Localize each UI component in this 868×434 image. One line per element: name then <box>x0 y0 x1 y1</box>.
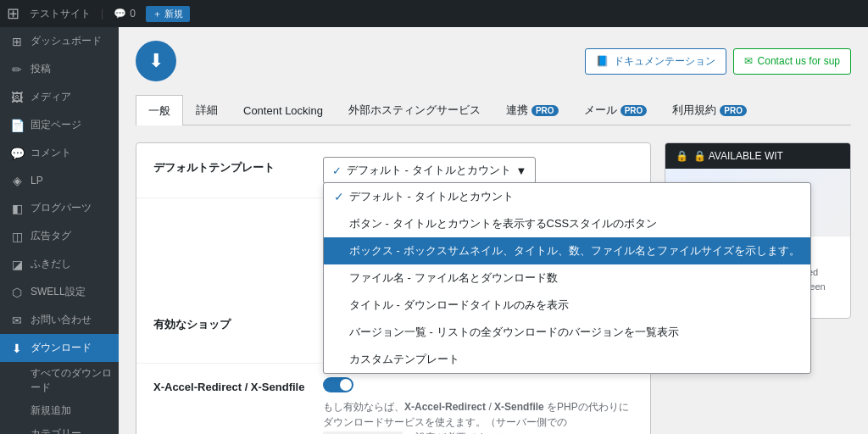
fuki-icon: ◪ <box>10 258 24 271</box>
wp-logo: ⊞ <box>7 4 19 23</box>
pages-icon: 📄 <box>10 119 24 132</box>
xaccel-toggle[interactable] <box>323 377 353 392</box>
tab-content-locking[interactable]: Content Locking <box>231 95 336 125</box>
sidebar-submenu-downloads: すべてのダウンロード 新規追加 カテゴリー タグ 設定 <box>0 362 119 434</box>
dropdown-item-filename[interactable]: ✓ ファイル名 - ファイル名とダウンロード数 <box>324 264 810 292</box>
new-button[interactable]: ＋ 新規 <box>146 6 190 22</box>
sidebar-item-dashboard[interactable]: ⊞ ダッシュボード <box>0 27 119 55</box>
contact-icon: ✉ <box>10 314 24 327</box>
contact-button[interactable]: ✉ Contact us for sup <box>733 48 851 75</box>
dropdown-item-default[interactable]: ✓ デフォルト - タイトルとカウント <box>324 183 810 210</box>
pro-badge-mail: PRO <box>620 105 648 116</box>
sidebar: ⊞ ダッシュボード ✏ 投稿 🖼 メディア 📄 固定ページ 💬 コメント ◈ L… <box>0 27 119 434</box>
sidebar-item-ad-tags[interactable]: ◫ 広告タグ <box>0 222 119 250</box>
plugin-header: ⬇ 📘 ドキュメンテーション ✉ Contact us for sup <box>136 41 851 81</box>
template-dropdown-menu[interactable]: ✓ デフォルト - タイトルとカウント ✓ ボタン - タイトルとカウントを表示… <box>323 182 811 374</box>
settings-area: デフォルトテンプレート ✓ デフォルト - タイトルとカウント ▼ ✓ <box>136 142 651 434</box>
documentation-button[interactable]: 📘 ドキュメンテーション <box>585 48 726 75</box>
sidebar-item-pages[interactable]: 📄 固定ページ <box>0 111 119 139</box>
lock-icon: 🔒 <box>676 150 688 162</box>
dropdown-item-custom[interactable]: ✓ カスタムテンプレート <box>324 346 810 373</box>
settings-row-xaccel: X-Accel-Redirect / X-Sendfile もし有効ならば、X-… <box>136 364 650 434</box>
main-flex: デフォルトテンプレート ✓ デフォルト - タイトルとカウント ▼ ✓ <box>136 142 851 434</box>
checkmark-icon: ✓ <box>332 164 342 177</box>
dropdown-item-box[interactable]: ✓ ボックス - ボックスサムネイル、タイトル、数、ファイル名とファイルサイズを… <box>324 237 810 264</box>
tab-terms[interactable]: 利用規約 PRO <box>659 95 760 125</box>
tab-integration[interactable]: 連携 PRO <box>493 95 571 125</box>
tab-hosting[interactable]: 外部ホスティングサービス <box>336 95 493 125</box>
panel-card-header: 🔒 🔒 AVAILABLE WIT <box>665 143 850 169</box>
comments-icon: 💬 <box>10 147 24 160</box>
pro-badge-integration: PRO <box>531 105 559 116</box>
check-icon: ✓ <box>334 190 344 203</box>
dropdown-item-button[interactable]: ✓ ボタン - タイトルとカウントを表示するCSSスタイルのボタン <box>324 210 810 237</box>
xaccel-toggle-row <box>323 377 633 392</box>
xaccel-label: X-Accel-Redirect / X-Sendfile <box>153 377 306 393</box>
site-name[interactable]: テストサイト <box>30 7 91 21</box>
default-template-label: デフォルトテンプレート <box>153 157 306 175</box>
sidebar-item-media[interactable]: 🖼 メディア <box>0 83 119 111</box>
mail-icon: ✉ <box>744 55 753 67</box>
sidebar-sub-add-new[interactable]: 新規追加 <box>31 399 119 422</box>
default-template-content: ✓ デフォルト - タイトルとカウント ▼ ✓ デフォルト - タイトルとカウン… <box>323 157 633 184</box>
sidebar-item-contact[interactable]: ✉ お問い合わせ <box>0 306 119 334</box>
tab-details[interactable]: 詳細 <box>183 95 231 125</box>
tab-mail[interactable]: メール PRO <box>571 95 660 125</box>
admin-bar: ⊞ テストサイト | 💬 0 ＋ 新規 <box>0 0 868 27</box>
pro-badge-terms: PRO <box>720 105 747 116</box>
swell-icon: ⬡ <box>10 286 24 299</box>
sidebar-item-lp[interactable]: ◈ LP <box>0 167 119 194</box>
sidebar-item-comments[interactable]: 💬 コメント <box>0 139 119 167</box>
dropdown-item-version[interactable]: ✓ バージョン一覧 - リストの全ダウンロードのバージョンを一覧表示 <box>324 319 810 346</box>
sidebar-item-downloads[interactable]: ⬇ ダウンロード <box>0 334 119 362</box>
downloads-icon: ⬇ <box>10 342 24 355</box>
plugin-logo: ⬇ <box>136 41 176 81</box>
comment-count[interactable]: 💬 0 <box>114 8 136 19</box>
main-content: ⬇ 📘 ドキュメンテーション ✉ Contact us for sup 一般 詳… <box>119 27 868 434</box>
sidebar-item-swell[interactable]: ⬡ SWELL設定 <box>0 278 119 306</box>
settings-wrap: デフォルトテンプレート ✓ デフォルト - タイトルとカウント ▼ ✓ <box>136 142 651 434</box>
chevron-down-icon: ▼ <box>516 164 527 177</box>
media-icon: 🖼 <box>10 91 24 104</box>
xaccel-content: もし有効ならば、X-Accel-Redirect / X-Sendfile をP… <box>323 377 633 434</box>
sidebar-item-posts[interactable]: ✏ 投稿 <box>0 55 119 83</box>
shop-label: 有効なショップ <box>153 314 306 332</box>
settings-tabs: 一般 詳細 Content Locking 外部ホスティングサービス 連携 PR… <box>136 95 851 125</box>
settings-row-default-template: デフォルトテンプレート ✓ デフォルト - タイトルとカウント ▼ ✓ <box>136 143 650 198</box>
tab-general[interactable]: 一般 <box>136 95 183 125</box>
template-dropdown-trigger[interactable]: ✓ デフォルト - タイトルとカウント ▼ <box>323 157 536 184</box>
lp-icon: ◈ <box>10 174 24 187</box>
xaccel-description: もし有効ならば、X-Accel-Redirect / X-Sendfile をP… <box>323 399 633 434</box>
sidebar-sub-categories[interactable]: カテゴリー <box>31 422 119 434</box>
ad-tags-icon: ◫ <box>10 230 24 243</box>
doc-icon: 📘 <box>596 55 609 67</box>
sidebar-item-blog-parts[interactable]: ◧ ブログパーツ <box>0 194 119 222</box>
posts-icon: ✏ <box>10 63 24 76</box>
sidebar-item-fuki[interactable]: ◪ ふきだし <box>0 250 119 278</box>
dropdown-item-title[interactable]: ✓ タイトル - ダウンロードタイトルのみを表示 <box>324 292 810 319</box>
blog-parts-icon: ◧ <box>10 202 24 215</box>
sidebar-sub-all-downloads[interactable]: すべてのダウンロード <box>31 362 119 399</box>
dashboard-icon: ⊞ <box>10 35 24 48</box>
header-actions: 📘 ドキュメンテーション ✉ Contact us for sup <box>585 48 851 75</box>
